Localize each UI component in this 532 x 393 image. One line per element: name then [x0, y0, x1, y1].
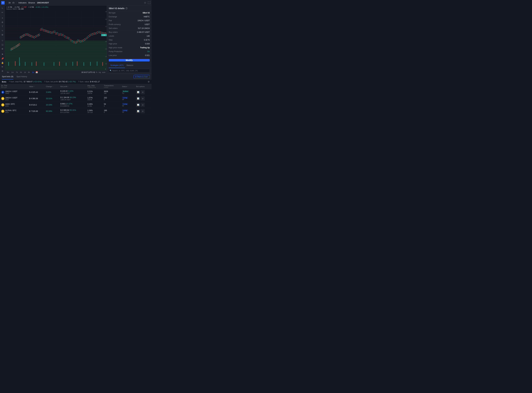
- settings-bottom-icon[interactable]: ⚙: [1, 69, 4, 73]
- td-change-3: 60.08%: [45, 108, 59, 114]
- td-change-2: 20.93%: [45, 102, 59, 108]
- td-options-0: 📊 ⊘: [135, 89, 152, 95]
- auto-option[interactable]: auto: [102, 71, 106, 73]
- zoom-icon[interactable]: ⊕: [1, 47, 4, 51]
- table-row: B AGIX / BTC DCA $ 8 519.2 20.93% $ 660.…: [0, 102, 152, 108]
- transactions-0: 3636: [104, 90, 120, 93]
- layout-icon[interactable]: ⊞: [1, 33, 4, 36]
- settings-icon[interactable]: [144, 2, 146, 4]
- chart-type-selector[interactable]: [12, 2, 15, 4]
- text-icon[interactable]: T: [1, 25, 4, 28]
- path-icon[interactable]: ∿: [1, 29, 4, 32]
- pin-icon[interactable]: 📌: [1, 57, 4, 60]
- pair-name-2: AGIX / BTC: [5, 103, 15, 105]
- lock-icon[interactable]: 🔒: [1, 61, 4, 64]
- levels-2: 2: [104, 105, 120, 107]
- svg-rect-49: [54, 62, 54, 66]
- pnl-value: $ 7 668.67: [24, 81, 33, 83]
- strat-tabs: Strategies (427) Balance: [107, 63, 152, 68]
- tab-balance[interactable]: Balance: [125, 63, 135, 68]
- l-label: L: [21, 6, 22, 8]
- rp-value-pumpprot: On: [147, 50, 150, 53]
- rp-value-pair: 1INCH / USDT: [137, 20, 150, 22]
- profit-val-0: $ 126.02 3.22%: [60, 90, 73, 92]
- alert-icon[interactable]: ⚑: [1, 53, 4, 56]
- value-val: $ 40 421.17: [90, 81, 100, 83]
- timeframe-selector[interactable]: 1h: [9, 2, 10, 4]
- rp-row-pumpprot: Pump Protection On: [107, 50, 152, 54]
- tab-strategies[interactable]: Strategies (427): [109, 63, 125, 68]
- status-sub-3: TP: [122, 112, 134, 113]
- stop-btn-2[interactable]: ⊘: [141, 103, 145, 107]
- pencil-icon[interactable]: ✏: [1, 11, 4, 14]
- th-botprofit: Bot profit ?: [59, 84, 86, 89]
- add-button[interactable]: +: [1, 1, 5, 5]
- chart-options: % log auto: [96, 71, 106, 73]
- rp-row-step: Step 0.32 %: [107, 38, 152, 42]
- bot-type-3: DCA: [5, 112, 17, 113]
- fullscreen-icon[interactable]: [148, 2, 150, 4]
- svg-rect-42: [8, 62, 9, 66]
- exchange-icon-2: B: [1, 103, 4, 106]
- ruler-icon[interactable]: ◫: [1, 43, 4, 46]
- rp-label-pumpprot: Pump Protection: [109, 50, 147, 53]
- help-pnl: ?: [9, 81, 10, 83]
- tf-3m[interactable]: 3m: [6, 71, 10, 73]
- tf-6h[interactable]: 6h: [27, 71, 30, 73]
- tab-spot-history[interactable]: Spot history: [16, 74, 27, 79]
- bot-type-1: DCA: [5, 99, 18, 101]
- action-btns-2: 📊 ⊘: [136, 103, 150, 107]
- trading-time-0: 15d 6h: [87, 93, 101, 94]
- tf-1h[interactable]: 1h: [32, 71, 35, 73]
- td-status-3: Long TP: [121, 108, 135, 114]
- svg-rect-51: [66, 63, 66, 66]
- help-value: ?: [78, 81, 79, 83]
- tf-7d[interactable]: 7d: [15, 71, 18, 73]
- cursor-icon[interactable]: ↖: [1, 6, 4, 10]
- eye-icon[interactable]: 👁: [1, 65, 4, 69]
- indicators-btn[interactable]: Indicators: [18, 2, 26, 4]
- td-options-1: 📊 ⊘: [135, 95, 152, 102]
- chart-btn-1[interactable]: 📊: [136, 97, 140, 101]
- tf-1d[interactable]: 1d: [23, 71, 26, 73]
- rp-row-lowprice: Low price 0.521: [107, 54, 152, 57]
- status-badge-3: Long: [122, 109, 128, 111]
- td-status-0: Active TU: [121, 89, 135, 95]
- svg-rect-47: [36, 61, 37, 66]
- stop-btn-1[interactable]: ⊘: [141, 97, 145, 101]
- share-earn-button[interactable]: $ Share & Earn: [134, 75, 150, 79]
- tab-spot-bots[interactable]: Spot bots (9): [2, 74, 13, 79]
- emoji-icon[interactable]: ☺: [1, 39, 4, 42]
- profit-val-1: $ 1 184.99 36.23%: [60, 96, 76, 98]
- chart-btn-3[interactable]: 📊: [136, 109, 140, 113]
- lines-icon[interactable]: ≡: [1, 16, 4, 20]
- profit-sub-3: B 0.1137553: [60, 112, 69, 113]
- chart-btn-0[interactable]: 📊: [136, 90, 140, 94]
- stop-btn-3[interactable]: ⊘: [141, 109, 145, 113]
- calendar-icon[interactable]: 📅: [36, 71, 38, 73]
- chart-canvas[interactable]: 0.789 0.850 0.800 0.750 0.700 0.650 0.60…: [5, 10, 107, 70]
- svg-text:TV: TV: [6, 68, 7, 69]
- tf-3d[interactable]: 3d: [19, 71, 22, 73]
- stop-btn-0[interactable]: ⊘: [141, 90, 145, 94]
- pair-label[interactable]: 1INCH/USDT: [37, 2, 49, 4]
- svg-text:0.550: 0.550: [105, 56, 107, 57]
- pct-option[interactable]: %: [96, 71, 97, 73]
- chart-btn-2[interactable]: 📊: [136, 103, 140, 107]
- strategy-search-input[interactable]: [109, 69, 150, 72]
- filter-button[interactable]: ⚙: [148, 80, 150, 83]
- svg-rect-52: [72, 62, 73, 66]
- help-icon[interactable]: ?: [126, 7, 128, 10]
- rp-label-buyorders: Buy orders: [109, 31, 137, 33]
- svg-rect-57: [102, 62, 103, 66]
- exchange-label[interactable]: Binance: [28, 2, 35, 4]
- status-badge-2: Long: [122, 103, 128, 105]
- modify-button[interactable]: Modify: [109, 59, 150, 61]
- tf-1m[interactable]: 1m: [11, 71, 14, 73]
- td-avgdaily-1: 1.57% 23d 8h: [86, 95, 102, 102]
- c-value: 0.789: [30, 6, 34, 8]
- profit-value: $ 6 782.42: [59, 81, 68, 83]
- crosshair-icon[interactable]: ⊕: [1, 20, 4, 24]
- log-option[interactable]: log: [99, 71, 101, 73]
- td-trans-3: 186 0: [103, 108, 121, 114]
